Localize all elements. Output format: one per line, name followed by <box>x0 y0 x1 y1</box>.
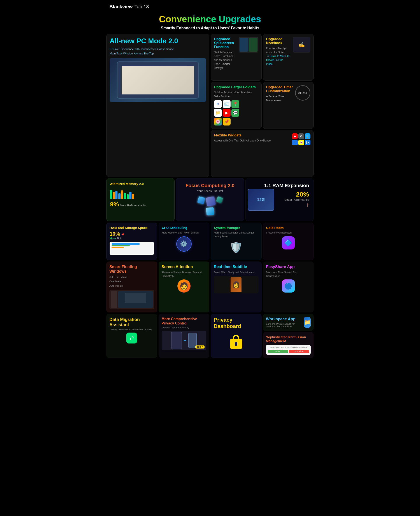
bar-group-1 <box>110 190 118 199</box>
privacy-control-card: More Comprehensive Privacy Control Clear… <box>159 314 210 358</box>
storage-row-1 <box>112 243 152 245</box>
widget-facebook: f <box>292 140 298 145</box>
widget-vk: ВК <box>305 140 310 145</box>
easyshare-logo: 🔵 <box>282 280 295 293</box>
system-desc: More Space. Speedier Game. Longer-lastin… <box>214 231 258 238</box>
person-silhouette: 👩 <box>231 277 241 292</box>
widget-snapchat: 👻 <box>298 140 304 145</box>
memory-card: Atomized Memory 2.0 9% More RAM Availabl… <box>106 178 175 221</box>
screen-attention-card: Screen Attention Always-on Screen. Non-s… <box>159 261 210 312</box>
hero-subtitle: Smartly Enhanced to Adapt to Users' Favo… <box>109 26 311 30</box>
widget-settings: ⚙ <box>298 133 304 139</box>
split-screen-inner: Upgraded Split-screen Function Switch Ba… <box>214 37 258 70</box>
split-left <box>240 38 248 52</box>
split-right <box>249 38 257 52</box>
workspace-text: Workspace App Safe and Private Space for… <box>266 317 300 328</box>
app-icon-photos: 🌸 <box>214 118 222 125</box>
cube-2 <box>205 196 216 206</box>
folders-card: Upgraded Larger Folders Quicker Access. … <box>211 82 262 129</box>
storage-row-2 <box>112 245 152 246</box>
ctrl-phone <box>171 332 182 349</box>
bottom-row: Data Migration Assistant Move from the O… <box>105 314 315 359</box>
permission-title: Sophisticated Permission Management <box>266 335 311 343</box>
cold-room-desc: Freeze the Unnecessary <box>266 231 311 235</box>
app-icon-youtube: ▶ <box>223 109 231 117</box>
pc-features-right: Upgraded Split-screen Function Switch Ba… <box>211 34 314 177</box>
privacy-ctrl-desc: Cleared Clipboard History <box>162 326 207 329</box>
subtitle-preview: 👩 <box>214 276 259 293</box>
bar-6 <box>124 193 126 199</box>
pc-mode-image <box>110 58 206 102</box>
subtitle-desc: Easier Work, Study and Entertainment <box>214 271 259 274</box>
deny-button[interactable]: Don't allow <box>289 350 309 353</box>
focus-visual <box>197 195 223 217</box>
timer-inner: Upgraded Timer Customization A Smarter T… <box>266 85 311 102</box>
notebook-desc1: Functions Newly-added for S Pen <box>266 46 291 54</box>
memory-percent: 9% <box>110 201 119 208</box>
app-icon-messages: 💬 <box>232 109 239 117</box>
widgets-grid: ▶ ⚙ 🐦 f 👻 ВК <box>292 133 310 145</box>
permission-buttons: Allow Don't allow <box>268 350 309 353</box>
header: Blackview Tab 18 <box>105 0 315 12</box>
widget-twitter: 🐦 <box>305 133 310 139</box>
bar-group-2 <box>118 191 126 199</box>
ram-storage-title: RAM and Storage Space <box>110 226 154 229</box>
dashboard-title: Privacy Dashboard <box>214 317 259 330</box>
notebook-card: Upgraded Notebook Functions Newly-added … <box>263 34 314 81</box>
folder-icons-grid: G ✉️ 📍 📁 ▶ 💬 🌸 📌 <box>214 100 258 125</box>
allow-button[interactable]: Allow <box>268 350 288 353</box>
bar-1 <box>110 190 112 199</box>
lock-visual <box>228 331 244 349</box>
pc-mode-card: All-new PC Mode 2.0 PC-like Experience w… <box>106 34 209 177</box>
ram-storage-card: RAM and Storage Space 10%🔺 More Fluid <box>106 223 157 260</box>
permission-preview: Allow Photo App to send you notification… <box>266 345 311 355</box>
easyshare-card: EasyShare App Faster and More Secure Fil… <box>263 261 314 312</box>
folders-desc: Quicker Access. More Seamless Daily Rout… <box>214 90 258 98</box>
memory-desc: More RAM Available↑ <box>120 204 147 207</box>
subtitle-card: Real-time Subtitle Easier Work, Study an… <box>211 261 262 312</box>
widgets-title: Flexible Widgets <box>214 133 290 137</box>
cold-room-card: Cold Room Freeze the Unnecessary 🔷 <box>263 223 314 260</box>
lock-keyhole <box>235 342 237 346</box>
timer-text: Upgraded Timer Customization A Smarter T… <box>266 85 293 102</box>
app-icon-keep: 📌 <box>223 118 231 125</box>
hero-title: Convenience Upgrades <box>109 14 311 24</box>
ram-expansion-card: 1:1 RAM Expansion 12G 12G 20% Better Per… <box>245 178 314 221</box>
app-icon-gmail: ✉️ <box>223 100 231 108</box>
workspace-title: Workspace App <box>266 317 300 322</box>
split-screen-title: Upgraded Split-screen Function <box>214 37 236 49</box>
bar-4 <box>118 193 120 199</box>
pc-mode-title: All-new PC Mode 2.0 <box>110 37 206 45</box>
bar-8 <box>129 192 131 199</box>
bar-group-3 <box>127 192 134 199</box>
cpu-visual: ⚙️ <box>176 236 192 252</box>
notebook-preview: ✍️ <box>293 37 310 52</box>
bar-5 <box>121 191 123 199</box>
workspace-inner: Workspace App Safe and Private Space for… <box>266 317 311 328</box>
migration-card: Data Migration Assistant Move from the O… <box>106 314 157 358</box>
ram-storage-percent: 10%🔺 <box>110 231 154 237</box>
floating-features: Side Bar MinusOne ScreenAuto Pop-up <box>109 275 154 288</box>
split-screen-text: Upgraded Split-screen Function Switch Ba… <box>214 37 236 70</box>
attention-title: Screen Attention <box>162 265 207 269</box>
privacy-ctrl-title: More Comprehensive Privacy Control <box>162 317 207 325</box>
row2-features: Upgraded Larger Folders Quicker Access. … <box>211 82 314 129</box>
chip-bottom: 12G <box>248 189 274 211</box>
split-preview <box>239 37 258 52</box>
privacy-ctrl-preview: → SOK ✓ <box>162 331 207 350</box>
bar-2 <box>113 192 115 199</box>
pc-mode-desc1: PC-like Experience with Touchscreen Conv… <box>110 47 206 51</box>
bar-7 <box>127 194 129 199</box>
cold-room-visual: 🔷 <box>282 236 295 250</box>
easyshare-desc: Faster and More Secure File Transmission <box>266 271 311 278</box>
migration-desc: Move from the Old to the New Quicker <box>109 328 154 331</box>
timer-display: 00:14:56 <box>298 92 308 94</box>
memory-title: Atomized Memory 2.0 <box>110 182 171 186</box>
migration-title: Data Migration Assistant <box>109 317 154 327</box>
system-title: System Manager <box>214 226 258 229</box>
smart-row: Smart Floating Windows Side Bar MinusOne… <box>105 261 315 314</box>
cpu-desc: More Memory- and Power- efficient <box>162 231 206 235</box>
memory-percent-row: 9% More RAM Available↑ <box>110 201 171 208</box>
floating-preview <box>109 290 154 309</box>
float-sidebar <box>111 291 117 308</box>
